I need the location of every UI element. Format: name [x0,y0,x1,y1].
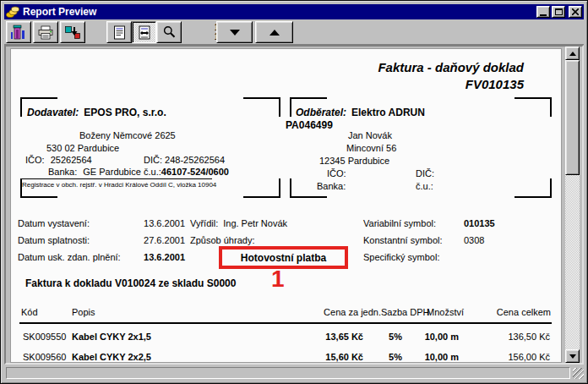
whole-page-view-button[interactable] [106,21,132,43]
report-subtitle: Faktura k dokladu V010024 ze skladu S000… [25,277,236,289]
col-header-unit-price: Cena za jedn. [256,307,381,318]
customer-bank-label: Banka: [317,181,346,191]
scroll-down-button[interactable] [565,349,580,363]
issue-date-label: Datum vystavení: [18,218,90,229]
corner-mark [243,97,280,117]
toolbar: 1 1 [4,19,584,45]
zoom-button[interactable] [156,21,182,43]
issue-date-value: 13.6.2001 [121,218,185,229]
minimize-icon [540,14,547,16]
maximize-icon [555,8,563,15]
col-header-desc: Popis [72,307,95,318]
minimize-button[interactable] [536,6,550,18]
handled-by-value: Ing. Petr Novák [223,218,287,228]
export-data-icon [64,25,81,40]
coins-icon [6,5,19,19]
door-exit-icon [10,25,27,40]
scrollbar-thumb[interactable] [565,60,580,175]
constant-symbol-label: Konstantní symbol: [363,235,443,246]
variable-symbol-label: Variabilní symbol: [363,218,436,229]
supplier-ico-value: 25262564 [51,155,92,165]
window-title: Report Preview [23,6,536,18]
magnifier-icon [162,25,177,40]
row-desc: Kabel CYKY 2x2,5 [72,352,151,363]
exit-preview-button[interactable] [6,21,31,43]
status-panel [6,367,570,379]
supplier-ico-row: IČO: 25262564 DIČ: 248-25262564 [25,155,279,166]
supplier-name: EPOS PRO, s.r.o. [84,107,166,118]
col-header-total: Cena celkem [466,307,551,318]
col-header-qty: Množství [427,307,464,318]
supplier-dic: DIČ: 248-25262564 [144,155,225,166]
document-title: Faktura - daňový doklad [378,59,524,75]
payment-method-value: Hotovostní platba [241,252,326,264]
page-icon [113,25,126,40]
col-header-vat: Sazba DPH [381,307,429,318]
maximize-button[interactable] [552,6,565,18]
row-unit-price: 13,65 Kč [256,332,363,343]
prev-page-button[interactable] [255,21,293,43]
title-bar[interactable]: Report Preview [4,4,584,19]
customer-ico-row: IČO: DIČ: [327,168,538,179]
report-page: Faktura - daňový doklad FV010135 Dodavat… [10,48,562,363]
supplier-separator-line [21,178,212,179]
annotation-number: 1 [271,266,285,293]
row-total: 156,00 Kč [466,352,550,363]
col-header-code: Kód [21,307,38,318]
customer-bank-row: Banka: č.u.: [317,181,528,192]
arrow-up-icon [569,52,576,56]
preview-area: Faktura - daňový doklad FV010135 Dodavat… [4,45,584,365]
resize-grip[interactable] [573,368,584,379]
customer-contact: Jan Novák [348,130,392,141]
window-controls [536,6,582,18]
page-width-icon [138,25,151,40]
row-total: 136,50 Kč [466,332,550,343]
customer-name: Elektro ADRUN [351,107,425,118]
corner-mark [243,178,280,198]
supplier-city: 530 02 Pardubice [46,143,119,154]
payment-method-label: Způsob úhrady: [190,235,254,246]
row-vat: 5% [366,352,402,363]
constant-symbol-value: 0308 [464,235,484,246]
handled-by-row: Vyřídil:Ing. Petr Novák [190,218,287,229]
scroll-up-button[interactable] [565,47,580,60]
due-date-label: Datum splatnosti: [18,235,90,246]
row-qty: 10,00 m [400,352,459,363]
row-code: SK009550 [23,332,66,343]
tax-date-label: Datum usk. zdan. plnění: [18,252,121,263]
arrow-down-icon [569,354,576,359]
corner-mark [514,97,552,117]
supplier-street: Boženy Němcové 2625 [79,130,176,141]
supplier-bank-value: GE Pardubice [83,167,140,177]
supplier-registration: Registrace v obch. rejstř. v Hradci Král… [22,181,216,189]
handled-by-label: Vyřídil: [190,218,218,228]
report-preview-window: Report Preview [0,0,588,384]
supplier-ico-label: IČO: [25,155,45,165]
customer-city: 12345 Pardubice [319,156,389,167]
row-unit-price: 15,60 Kč [256,352,363,363]
close-icon [572,8,579,15]
customer-dic-label: DIČ: [416,168,434,179]
document-number: FV010135 [466,76,524,92]
export-button[interactable] [60,21,85,43]
customer-account-label: č.u.: [416,181,433,192]
page-width-view-button[interactable] [132,21,156,43]
next-page-button[interactable] [216,21,253,43]
row-desc: Kabel CYKY 2x1,5 [72,332,151,343]
print-button[interactable] [33,21,58,43]
tax-date-value: 13.6.2001 [121,252,185,263]
customer-header: Odběratel:Elektro ADRUN [296,107,425,118]
variable-symbol-value: 010135 [464,218,495,229]
vertical-scrollbar[interactable] [565,47,580,363]
customer-street: Mincovní 56 [346,143,396,154]
customer-ico-label: IČO: [327,168,346,178]
specific-symbol-label: Specifický symbol: [363,252,439,263]
customer-code: PA046499 [286,119,333,131]
arrow-down-icon [230,30,240,36]
row-vat: 5% [366,332,402,343]
customer-label: Odběratel: [296,107,346,118]
printer-icon [37,25,54,40]
supplier-account: č.u.:46107-524/0600 [144,167,229,178]
supplier-label: Dodavatel: [27,107,79,118]
close-button[interactable] [569,6,582,18]
